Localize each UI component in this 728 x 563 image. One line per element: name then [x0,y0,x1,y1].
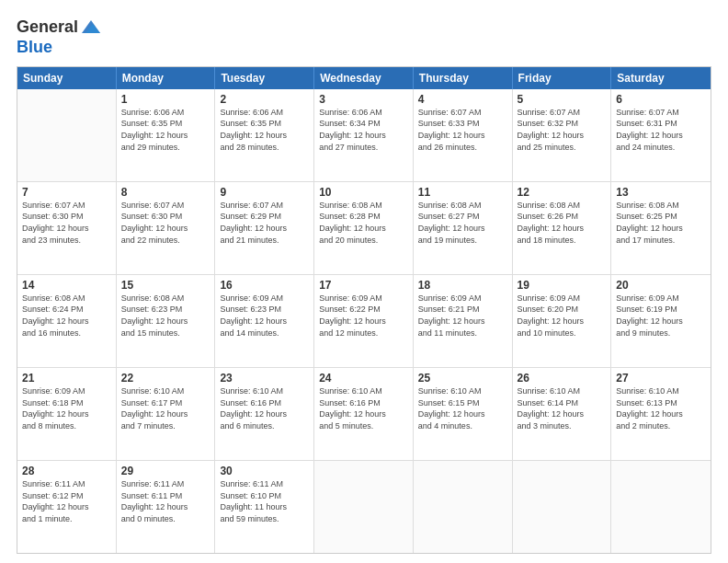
day-number: 3 [319,93,408,106]
header-cell-tuesday: Tuesday [215,67,314,89]
day-number: 11 [418,186,507,199]
calendar-row-0: 1Sunrise: 6:06 AM Sunset: 6:35 PM Daylig… [17,89,711,182]
day-number: 2 [220,93,309,106]
day-info: Sunrise: 6:10 AM Sunset: 6:16 PM Dayligh… [220,385,309,431]
day-number: 15 [121,279,210,292]
day-info: Sunrise: 6:11 AM Sunset: 6:10 PM Dayligh… [220,478,309,524]
day-info: Sunrise: 6:09 AM Sunset: 6:18 PM Dayligh… [22,385,111,431]
day-number: 30 [220,465,309,477]
day-number: 21 [22,372,111,385]
day-cell-5: 5Sunrise: 6:07 AM Sunset: 6:32 PM Daylig… [513,89,612,181]
day-number: 9 [220,186,309,199]
day-cell-25: 25Sunrise: 6:10 AM Sunset: 6:15 PM Dayli… [414,368,513,460]
day-number: 6 [616,93,706,106]
header-cell-thursday: Thursday [414,67,513,89]
day-info: Sunrise: 6:09 AM Sunset: 6:23 PM Dayligh… [220,293,309,339]
day-info: Sunrise: 6:10 AM Sunset: 6:16 PM Dayligh… [319,385,408,431]
day-info: Sunrise: 6:06 AM Sunset: 6:34 PM Dayligh… [319,107,408,153]
day-info: Sunrise: 6:06 AM Sunset: 6:35 PM Dayligh… [121,107,210,153]
day-number: 20 [616,279,706,292]
day-info: Sunrise: 6:08 AM Sunset: 6:28 PM Dayligh… [319,200,408,246]
header-cell-wednesday: Wednesday [314,67,414,89]
calendar: SundayMondayTuesdayWednesdayThursdayFrid… [17,66,711,554]
day-info: Sunrise: 6:09 AM Sunset: 6:21 PM Dayligh… [418,293,507,339]
calendar-row-1: 7Sunrise: 6:07 AM Sunset: 6:30 PM Daylig… [17,182,711,275]
logo-blue: Blue [17,38,52,56]
page: General Blue SundayMondayTuesdayWednesda… [0,0,728,563]
day-number: 22 [121,372,210,385]
day-cell-28: 28Sunrise: 6:11 AM Sunset: 6:12 PM Dayli… [17,461,117,553]
calendar-body: 1Sunrise: 6:06 AM Sunset: 6:35 PM Daylig… [17,89,711,553]
day-number: 16 [220,279,309,292]
day-cell-4: 4Sunrise: 6:07 AM Sunset: 6:33 PM Daylig… [414,89,513,181]
day-cell-26: 26Sunrise: 6:10 AM Sunset: 6:14 PM Dayli… [513,368,612,460]
day-cell-20: 20Sunrise: 6:09 AM Sunset: 6:19 PM Dayli… [611,275,711,367]
day-info: Sunrise: 6:08 AM Sunset: 6:24 PM Dayligh… [22,293,111,339]
day-number: 28 [22,465,111,477]
day-number: 4 [418,93,507,106]
day-info: Sunrise: 6:07 AM Sunset: 6:30 PM Dayligh… [121,200,210,246]
day-number: 8 [121,186,210,199]
day-cell-22: 22Sunrise: 6:10 AM Sunset: 6:17 PM Dayli… [117,368,216,460]
day-cell-12: 12Sunrise: 6:08 AM Sunset: 6:26 PM Dayli… [513,182,612,274]
day-number: 27 [616,372,706,385]
day-info: Sunrise: 6:10 AM Sunset: 6:14 PM Dayligh… [518,385,607,431]
day-info: Sunrise: 6:08 AM Sunset: 6:26 PM Dayligh… [518,200,607,246]
day-info: Sunrise: 6:07 AM Sunset: 6:32 PM Dayligh… [518,107,607,153]
day-info: Sunrise: 6:06 AM Sunset: 6:35 PM Dayligh… [220,107,309,153]
day-number: 10 [319,186,408,199]
day-cell-23: 23Sunrise: 6:10 AM Sunset: 6:16 PM Dayli… [215,368,314,460]
day-info: Sunrise: 6:09 AM Sunset: 6:19 PM Dayligh… [616,293,706,339]
day-number: 23 [220,372,309,385]
day-info: Sunrise: 6:07 AM Sunset: 6:29 PM Dayligh… [220,200,309,246]
day-number: 26 [518,372,607,385]
day-cell-17: 17Sunrise: 6:09 AM Sunset: 6:22 PM Dayli… [314,275,414,367]
day-cell-29: 29Sunrise: 6:11 AM Sunset: 6:11 PM Dayli… [117,461,216,553]
calendar-header: SundayMondayTuesdayWednesdayThursdayFrid… [17,67,711,89]
day-cell-9: 9Sunrise: 6:07 AM Sunset: 6:29 PM Daylig… [215,182,314,274]
day-info: Sunrise: 6:07 AM Sunset: 6:30 PM Dayligh… [22,200,111,246]
day-cell-24: 24Sunrise: 6:10 AM Sunset: 6:16 PM Dayli… [314,368,414,460]
day-number: 29 [121,465,210,477]
day-cell-11: 11Sunrise: 6:08 AM Sunset: 6:27 PM Dayli… [414,182,513,274]
header-cell-sunday: Sunday [17,67,117,89]
logo-icon [80,17,102,39]
day-number: 24 [319,372,408,385]
day-info: Sunrise: 6:07 AM Sunset: 6:31 PM Dayligh… [616,107,706,153]
calendar-row-3: 21Sunrise: 6:09 AM Sunset: 6:18 PM Dayli… [17,368,711,461]
day-info: Sunrise: 6:10 AM Sunset: 6:15 PM Dayligh… [418,385,507,431]
day-cell-15: 15Sunrise: 6:08 AM Sunset: 6:23 PM Dayli… [117,275,216,367]
empty-cell-4-5 [513,461,612,553]
day-number: 17 [319,279,408,292]
day-info: Sunrise: 6:08 AM Sunset: 6:27 PM Dayligh… [418,200,507,246]
day-info: Sunrise: 6:10 AM Sunset: 6:13 PM Dayligh… [616,385,706,431]
day-number: 13 [616,186,706,199]
day-number: 19 [518,279,607,292]
day-cell-30: 30Sunrise: 6:11 AM Sunset: 6:10 PM Dayli… [215,461,314,553]
day-number: 7 [22,186,111,199]
calendar-row-4: 28Sunrise: 6:11 AM Sunset: 6:12 PM Dayli… [17,461,711,553]
day-number: 12 [518,186,607,199]
day-number: 14 [22,279,111,292]
day-cell-2: 2Sunrise: 6:06 AM Sunset: 6:35 PM Daylig… [215,89,314,181]
day-info: Sunrise: 6:11 AM Sunset: 6:12 PM Dayligh… [22,478,111,524]
day-info: Sunrise: 6:09 AM Sunset: 6:22 PM Dayligh… [319,293,408,339]
day-cell-1: 1Sunrise: 6:06 AM Sunset: 6:35 PM Daylig… [117,89,216,181]
calendar-row-2: 14Sunrise: 6:08 AM Sunset: 6:24 PM Dayli… [17,275,711,368]
day-cell-21: 21Sunrise: 6:09 AM Sunset: 6:18 PM Dayli… [17,368,117,460]
day-info: Sunrise: 6:09 AM Sunset: 6:20 PM Dayligh… [518,293,607,339]
header: General Blue [17,17,711,57]
day-number: 18 [418,279,507,292]
day-cell-19: 19Sunrise: 6:09 AM Sunset: 6:20 PM Dayli… [513,275,612,367]
day-number: 5 [518,93,607,106]
day-cell-8: 8Sunrise: 6:07 AM Sunset: 6:30 PM Daylig… [117,182,216,274]
day-cell-7: 7Sunrise: 6:07 AM Sunset: 6:30 PM Daylig… [17,182,117,274]
empty-cell-0-0 [17,89,117,181]
logo: General Blue [17,17,102,57]
day-cell-6: 6Sunrise: 6:07 AM Sunset: 6:31 PM Daylig… [611,89,711,181]
day-cell-3: 3Sunrise: 6:06 AM Sunset: 6:34 PM Daylig… [314,89,414,181]
day-cell-16: 16Sunrise: 6:09 AM Sunset: 6:23 PM Dayli… [215,275,314,367]
header-cell-monday: Monday [117,67,216,89]
day-number: 1 [121,93,210,106]
day-info: Sunrise: 6:07 AM Sunset: 6:33 PM Dayligh… [418,107,507,153]
